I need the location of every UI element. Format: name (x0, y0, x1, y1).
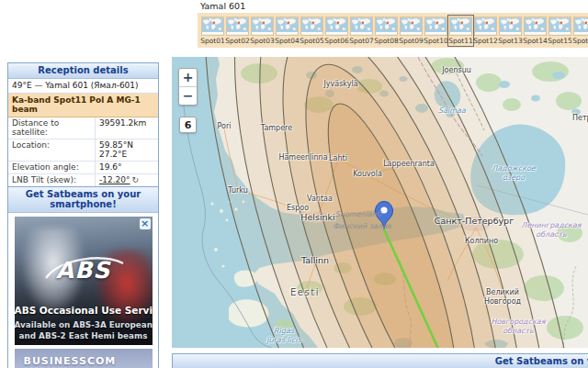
spot-thumbnail-spot05[interactable]: Spot05 (300, 16, 324, 46)
abs-ad-title: ABS Occasional Use Service (15, 305, 153, 316)
spot-thumbnail-spot15[interactable]: Spot15 (548, 16, 572, 46)
satellite-name: Yamal 601 (200, 1, 588, 11)
world-map-thumbnail-icon (325, 17, 348, 36)
spot-label: Spot15 (548, 37, 572, 45)
coverage-map[interactable]: PoriTampereJyväskyläHämeenlinnaLahtiKouv… (172, 57, 588, 348)
spot-label: Spot07 (349, 37, 374, 45)
zoom-out-button[interactable]: − (179, 87, 197, 105)
beam-dot-icon (337, 22, 340, 25)
location-marker[interactable] (374, 200, 394, 233)
bottom-promo-panel: Get Satbeams on your smartphone! (172, 353, 588, 368)
spot-thumbnail-spot01[interactable]: Spot01 (200, 16, 225, 46)
world-map-thumbnail-icon (375, 17, 398, 36)
close-icon[interactable]: × (140, 218, 151, 229)
world-map-thumbnail-icon (424, 17, 447, 36)
spot-label: Spot08 (374, 37, 399, 45)
world-map-thumbnail-icon (474, 17, 497, 36)
beam-dot-icon (288, 22, 290, 25)
beam-dot-icon (362, 22, 365, 25)
beam-dot-icon (312, 22, 315, 25)
beam-dot-icon (511, 22, 514, 25)
beam-dot-icon (436, 22, 439, 25)
reception-row-label: Distance to satellite: (8, 117, 96, 139)
spot-thumbnail-spot11[interactable]: Spot11 (448, 16, 473, 46)
spot-label: Spot16 (572, 37, 588, 45)
reception-row-label: LNB Tilt (skew): (8, 174, 96, 187)
reception-row: Location: 59.85°N 27.2°E (8, 139, 158, 162)
beam-dot-icon (213, 22, 216, 25)
spot-label: Spot09 (399, 37, 424, 45)
abs-ad-line2: and ABS-2 East Hemi beams (15, 331, 153, 340)
spot-label: Spot14 (523, 37, 548, 45)
spot-thumbnail-spot14[interactable]: Spot14 (523, 16, 548, 46)
world-map-thumbnail-icon (350, 17, 373, 36)
zoom-in-button[interactable]: + (179, 69, 197, 87)
abs-ad-banner[interactable]: ABS ABS Occasional Use Service Available… (15, 217, 153, 345)
abs-logo: ABS (15, 257, 153, 284)
zoom-level-badge: 6 (179, 117, 197, 133)
lnb-tilt-link[interactable]: -12.20° (99, 175, 130, 184)
promo-panel: Get Satbeams on your smartphone! ABS ABS… (7, 186, 159, 368)
spot-label: Spot12 (473, 37, 498, 45)
world-map-thumbnail-icon (449, 17, 472, 36)
beam-dot-icon (560, 22, 563, 25)
satbeams-page: Yamal 601 Spot01 (0, 0, 588, 368)
world-map-thumbnail-icon (400, 17, 423, 36)
spot-thumbnail-spot09[interactable]: Spot09 (399, 16, 424, 46)
world-map-thumbnail-icon (499, 17, 522, 36)
spot-thumbnail-spot12[interactable]: Spot12 (473, 16, 498, 46)
beam-dot-icon (412, 22, 414, 25)
spot-label: Spot11 (448, 37, 473, 45)
spot-thumbnail-spot06[interactable]: Spot06 (324, 16, 349, 46)
businesscom-ad-banner[interactable]: BUSINESSCOM NETWORKS SATCOM (15, 349, 153, 368)
spot-label: Spot05 (300, 37, 324, 45)
spot-label: Spot06 (324, 37, 349, 45)
spot-thumbnail-spot08[interactable]: Spot08 (374, 16, 399, 46)
beam-dot-icon (387, 22, 390, 25)
spot-label: Spot03 (250, 37, 275, 45)
beam-dot-icon (238, 22, 241, 25)
reception-row: Elevation angle: 19.6° (8, 162, 158, 174)
zoom-control: + − (178, 68, 198, 106)
reception-row-label: Elevation angle: (8, 162, 96, 174)
world-map-thumbnail-icon (548, 17, 571, 36)
world-map-thumbnail-icon (251, 17, 274, 36)
spot-thumbnail-spot10[interactable]: Spot10 (424, 16, 448, 46)
spot-thumbnail-spot07[interactable]: Spot07 (349, 16, 374, 46)
world-map-thumbnail-icon (226, 17, 249, 36)
reception-row-value: 19.6° (96, 162, 159, 174)
reception-row-value: 59.85°N 27.2°E (96, 139, 159, 162)
spot-thumbnail-spot02[interactable]: Spot02 (225, 16, 250, 46)
world-map-thumbnail-icon (573, 17, 588, 36)
spot-label: Spot04 (275, 37, 300, 45)
promo-header: Get Satbeams on your smartphone! (8, 187, 158, 213)
beam-dot-icon (263, 22, 266, 25)
world-map-thumbnail-icon (276, 17, 299, 36)
spot-label: Spot02 (225, 37, 250, 45)
bottom-promo-header: Get Satbeams on your smartphone! (173, 354, 588, 368)
reception-row-value: -12.20°↻ (96, 174, 159, 187)
beam-line: Ka-band Spot11 Pol A MG-1 beam (8, 94, 158, 117)
spot-thumbnail-spot16[interactable]: Spot16 (572, 16, 588, 46)
abs-ad-line1: Available on ABS-3A European (15, 320, 153, 329)
spot-thumbnail-spot13[interactable]: Spot13 (498, 16, 523, 46)
spot-label: Spot13 (498, 37, 523, 45)
beam-dot-icon (461, 22, 464, 25)
reception-row: Distance to satellite: 39591.2km (8, 117, 158, 139)
world-map-thumbnail-icon (524, 17, 547, 36)
rotate-icon: ↻ (132, 175, 140, 184)
spot-list: Spot01 Spot02 (198, 13, 588, 48)
beam-dot-icon (486, 22, 489, 25)
beam-dot-icon (585, 22, 588, 25)
spot-thumbnail-spot04[interactable]: Spot04 (275, 16, 300, 46)
reception-row-label: Location: (8, 139, 96, 162)
world-map-thumbnail-icon (300, 17, 323, 36)
spot-label: Spot10 (424, 37, 448, 45)
beam-strip: Yamal 601 Spot01 (198, 0, 588, 48)
world-map-thumbnail-icon (201, 17, 224, 36)
reception-row: LNB Tilt (skew): -12.20°↻ (8, 174, 158, 187)
reception-details-header: Reception details (8, 63, 158, 79)
businesscom-logo: BUSINESSCOM (24, 355, 153, 367)
spot-thumbnail-spot03[interactable]: Spot03 (250, 16, 275, 46)
satellite-line: 49°E — Yamal 601 (Ямал-601) (8, 79, 158, 94)
